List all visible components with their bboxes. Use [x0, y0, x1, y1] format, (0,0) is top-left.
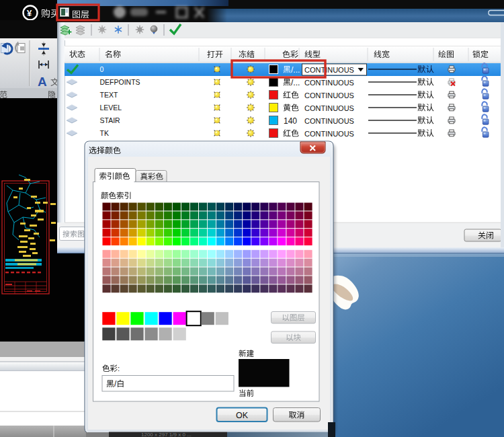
svg-text:A: A — [38, 75, 47, 89]
svg-text:TEXT: TEXT — [100, 91, 118, 99]
svg-text:1200 x 297 1/9 x 0 ...: 1200 x 297 1/9 x 0 ... — [141, 432, 192, 437]
svg-text:140: 140 — [284, 116, 297, 126]
svg-text:CONTINUOUS: CONTINUOUS — [304, 91, 354, 100]
svg-text:OK: OK — [236, 411, 249, 420]
svg-text:¥: ¥ — [27, 8, 32, 18]
svg-text:/...: /... — [291, 65, 300, 75]
svg-text:/...: /... — [291, 78, 300, 87]
svg-text:CONTINUOUS: CONTINUOUS — [304, 79, 354, 87]
svg-text:CONTINUOUS: CONTINUOUS — [304, 104, 354, 112]
svg-text:DEFPOINTS: DEFPOINTS — [100, 78, 140, 86]
svg-text:CONTINUOUS: CONTINUOUS — [304, 130, 354, 138]
svg-text:STAIR: STAIR — [100, 116, 121, 124]
svg-text:TK: TK — [100, 129, 109, 137]
svg-text::: : — [118, 364, 120, 372]
svg-text:LEVEL: LEVEL — [100, 104, 122, 112]
svg-text:CONTINUOUS: CONTINUOUS — [304, 66, 354, 74]
svg-text:CONTINUOUS: CONTINUOUS — [304, 117, 354, 125]
svg-text:0: 0 — [100, 65, 104, 73]
